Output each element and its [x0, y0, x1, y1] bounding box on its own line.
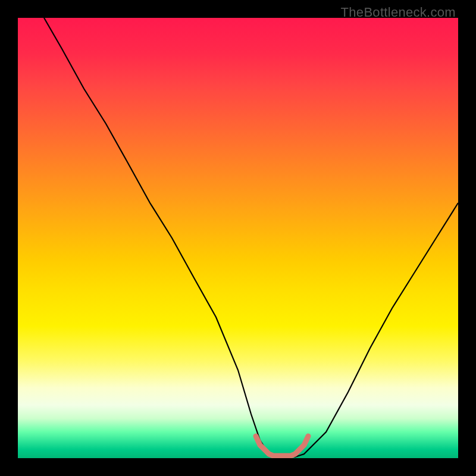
- bottleneck-curve: [44, 18, 458, 457]
- chart-container: TheBottleneck.com: [0, 0, 476, 476]
- optimal-zone-marker: [256, 436, 308, 456]
- curve-layer: [18, 18, 458, 458]
- watermark-text: TheBottleneck.com: [341, 5, 456, 20]
